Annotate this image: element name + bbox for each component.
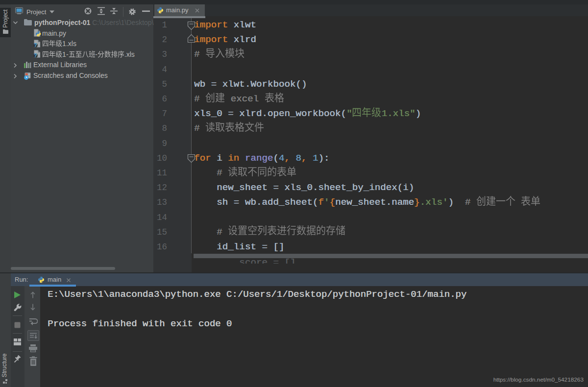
svg-text:?: ?: [34, 42, 37, 48]
svg-text:?: ?: [34, 52, 37, 58]
